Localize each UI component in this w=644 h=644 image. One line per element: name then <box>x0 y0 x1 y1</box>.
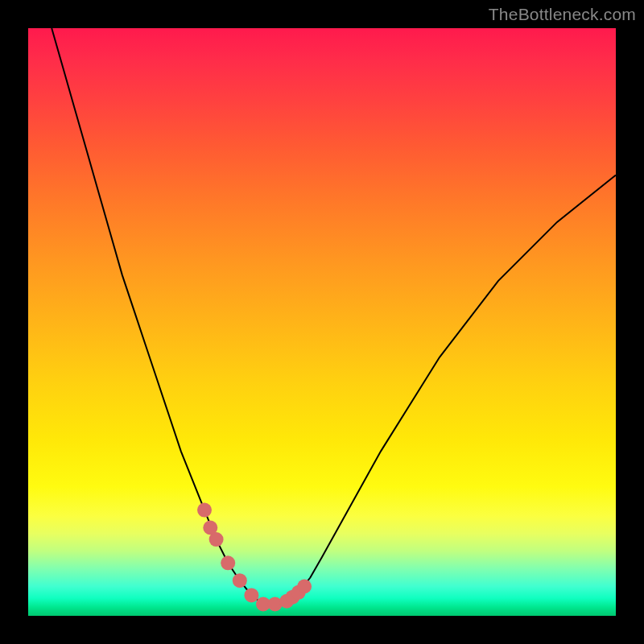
plot-area <box>28 28 616 616</box>
highlight-dot <box>233 573 247 588</box>
highlight-dot <box>221 555 235 570</box>
highlight-dot <box>209 532 224 547</box>
chart-frame: TheBottleneck.com <box>0 0 644 644</box>
watermark-text: TheBottleneck.com <box>489 5 636 24</box>
curve-layer <box>28 28 616 616</box>
highlight-dot <box>197 503 212 518</box>
highlight-dot <box>244 588 258 602</box>
bottleneck-curve <box>52 28 616 604</box>
bottleneck-curve-path <box>52 28 616 604</box>
highlight-dots <box>197 503 312 612</box>
highlight-dot <box>297 580 312 594</box>
